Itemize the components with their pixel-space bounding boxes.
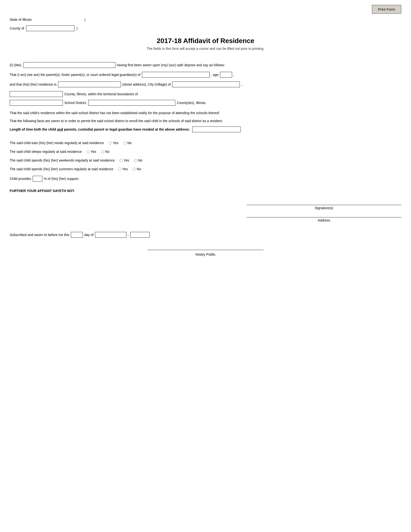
county-name-input[interactable] [10, 91, 63, 97]
summers-yes-radio[interactable] [118, 168, 121, 171]
day-input[interactable] [71, 232, 83, 238]
school-district-input[interactable] [88, 100, 175, 106]
county-illinois-suffix: County, Illinois, within the territorial… [64, 92, 138, 96]
state-label: State of Illinois [10, 18, 32, 21]
county-paren: ) [76, 26, 78, 30]
i-we-label: (I) (We), [10, 63, 22, 67]
state-paren: ) [84, 18, 86, 21]
weekends-question: The said child spends (his) (her) weeken… [10, 158, 115, 162]
notary-label: Notary Public [10, 252, 401, 256]
para2-text: That the following facts are sworn to in… [10, 118, 401, 124]
meals-no-label[interactable]: No [123, 141, 132, 145]
weekends-no-radio[interactable] [134, 159, 137, 162]
meals-no-radio[interactable] [123, 142, 126, 145]
meals-yes-radio[interactable] [109, 142, 112, 145]
summers-no-label[interactable]: No [133, 167, 141, 171]
weekends-no-label[interactable]: No [134, 158, 142, 162]
signature-label: Signature(s) [315, 206, 333, 210]
school-district-label: School District, [64, 101, 87, 105]
street-suffix: (street address), City (Village) of [122, 83, 171, 86]
child-name-input[interactable] [142, 72, 210, 78]
subscribed-prefix: Subscribed and sworn to before me this [10, 233, 69, 237]
child-provides-suffix: % of (his) (her) support. [44, 177, 79, 181]
county-label: County of [10, 26, 24, 30]
parent-prefix: That (I am) (we are) the parent(s), fost… [10, 73, 140, 77]
street-address-input[interactable] [58, 82, 121, 87]
year-input[interactable] [130, 232, 150, 238]
i-we-input[interactable] [23, 62, 115, 68]
city-input[interactable] [172, 82, 240, 87]
month-input[interactable] [95, 232, 126, 238]
residence-prefix: and that (his) (her) residence is [10, 83, 56, 86]
sleeps-question: The said child sleeps regularly at said … [10, 150, 82, 153]
county-input[interactable] [26, 25, 75, 31]
form-subtitle: The fields in this form will accept a cu… [10, 47, 401, 50]
weekends-yes-radio[interactable] [120, 159, 122, 162]
length-input[interactable] [192, 126, 241, 132]
age-suffix: , [234, 73, 234, 77]
meals-question: The said child eats (his) (her) meals re… [10, 141, 104, 145]
child-provides-prefix: Child provides [10, 177, 31, 181]
school-district-suffix: County(ies), Illinois. [177, 101, 206, 105]
address-label: Address [318, 218, 330, 222]
sleeps-no-radio[interactable] [101, 150, 104, 153]
day-of-label: day of [84, 233, 93, 237]
sleeps-no-label[interactable]: No [101, 150, 110, 153]
summers-no-radio[interactable] [133, 168, 136, 171]
subscribed-comma: , [128, 233, 129, 237]
print-form-button[interactable]: Print Form [372, 5, 401, 14]
age-input[interactable] [220, 72, 232, 78]
para1-text: That the said child's residence within t… [10, 111, 401, 116]
length-label: Length of time both the child and parent… [10, 127, 190, 131]
i-we-suffix: having first been sworn upon (my) (our) … [117, 63, 225, 67]
age-label: , age [211, 73, 219, 77]
weekends-yes-label[interactable]: Yes [120, 158, 129, 162]
form-title: 2017-18 Affidavit of Residence [10, 37, 401, 45]
summers-question: The said child spends (his) (her) summer… [10, 167, 113, 171]
city-suffix: , [241, 83, 242, 86]
meals-yes-label[interactable]: Yes [109, 141, 119, 145]
notary-line [148, 250, 263, 251]
percent-input[interactable] [33, 176, 42, 182]
school-name-input[interactable] [10, 100, 63, 106]
sleeps-yes-label[interactable]: Yes [86, 150, 96, 153]
further-affiant-text: FURTHER YOUR AFFIANT SAYETH NOT. [10, 189, 401, 193]
summers-yes-label[interactable]: Yes [118, 167, 128, 171]
sleeps-yes-radio[interactable] [86, 150, 90, 153]
